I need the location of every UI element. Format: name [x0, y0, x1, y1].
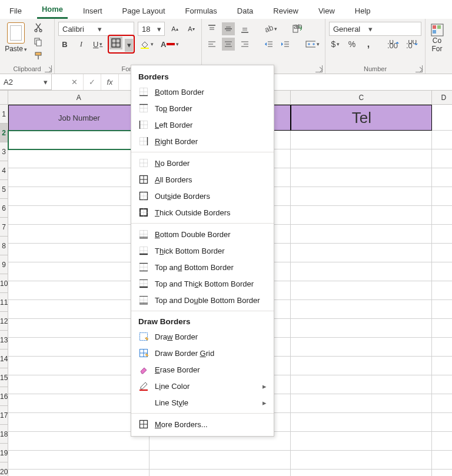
font-color-button[interactable]: A — [159, 38, 181, 51]
cell[interactable] — [291, 187, 432, 206]
tab-help[interactable]: Help — [350, 5, 375, 19]
cell[interactable] — [432, 470, 452, 476]
cancel-edit-button[interactable]: ✕ — [66, 74, 84, 90]
cell[interactable] — [8, 281, 149, 300]
menu-item-line-style[interactable]: Line Style▸ — [131, 394, 274, 411]
cell[interactable] — [291, 338, 432, 357]
cell[interactable] — [8, 338, 149, 357]
italic-button[interactable]: I — [75, 38, 88, 51]
tab-home[interactable]: Home — [37, 4, 68, 19]
cell[interactable] — [8, 225, 149, 244]
cell[interactable] — [291, 451, 432, 470]
row-header[interactable]: 10 — [0, 274, 8, 293]
cell[interactable] — [8, 432, 149, 451]
align-middle-button[interactable] — [222, 22, 235, 35]
cell[interactable] — [432, 357, 452, 375]
tab-insert[interactable]: Insert — [78, 5, 107, 19]
cell[interactable] — [291, 281, 432, 300]
col-header[interactable]: D — [432, 91, 452, 105]
borders-dropdown-arrow[interactable]: ▾ — [125, 39, 133, 52]
menu-item-right[interactable]: Right Border — [131, 133, 274, 149]
bold-button[interactable]: B — [58, 38, 71, 51]
cell[interactable] — [432, 300, 452, 319]
cell[interactable] — [291, 413, 432, 432]
row-header[interactable]: 15 — [0, 368, 8, 387]
confirm-edit-button[interactable]: ✓ — [84, 74, 101, 90]
cut-button[interactable] — [32, 21, 45, 34]
align-left-button[interactable] — [205, 38, 218, 51]
row-header[interactable]: 12 — [0, 312, 8, 331]
menu-item-top[interactable]: Top Border — [131, 100, 274, 116]
cell[interactable] — [291, 131, 432, 149]
cell[interactable] — [432, 413, 452, 432]
insert-function-button[interactable]: fx — [101, 74, 119, 90]
cell[interactable] — [291, 225, 432, 244]
cell[interactable] — [8, 319, 149, 338]
menu-item-bottom-double[interactable]: Bottom Double Border — [131, 226, 274, 242]
tab-page-layout[interactable]: Page Layout — [118, 5, 170, 19]
align-right-button[interactable] — [238, 38, 251, 51]
menu-item-line-color[interactable]: Line Color▸ — [131, 378, 274, 394]
fill-color-button[interactable] — [138, 38, 155, 51]
col-header[interactable]: C — [291, 91, 432, 105]
cell[interactable] — [432, 338, 452, 357]
menu-item-top-double-bottom[interactable]: Top and Double Bottom Border — [131, 292, 274, 308]
cell[interactable] — [432, 262, 452, 281]
cell[interactable] — [291, 206, 432, 225]
cell[interactable] — [291, 375, 432, 394]
cell[interactable] — [432, 149, 452, 168]
row-header[interactable]: 19 — [0, 444, 8, 462]
menu-item-all[interactable]: All Borders — [131, 171, 274, 188]
cell[interactable] — [432, 451, 452, 470]
cell[interactable] — [8, 451, 149, 470]
cell[interactable] — [432, 187, 452, 206]
tab-formulas[interactable]: Formulas — [181, 5, 222, 19]
cell[interactable] — [432, 105, 452, 131]
cell[interactable] — [432, 432, 452, 451]
copy-button[interactable] — [32, 35, 45, 48]
row-header[interactable]: 13 — [0, 331, 8, 349]
row-header[interactable]: 5 — [0, 180, 8, 199]
cell[interactable] — [8, 187, 149, 206]
cell[interactable] — [8, 300, 149, 319]
cell[interactable] — [8, 168, 149, 187]
format-painter-button[interactable] — [32, 49, 45, 62]
cell[interactable] — [8, 470, 149, 476]
cell[interactable] — [8, 375, 149, 394]
menu-item-draw[interactable]: Draw Border — [131, 328, 274, 345]
alignment-dialog-launcher[interactable] — [315, 65, 323, 72]
cell[interactable] — [291, 357, 432, 375]
row-header[interactable]: 18 — [0, 425, 8, 444]
select-all-corner[interactable] — [0, 91, 8, 105]
row-header[interactable]: 3 — [0, 142, 8, 161]
row-header[interactable]: 1 — [0, 105, 8, 124]
cell[interactable] — [432, 168, 452, 187]
cell[interactable] — [8, 413, 149, 432]
clipboard-dialog-launcher[interactable] — [45, 65, 52, 72]
cell[interactable] — [149, 470, 291, 476]
cell[interactable] — [8, 394, 149, 413]
cell[interactable] — [291, 394, 432, 413]
menu-item-left[interactable]: Left Border — [131, 116, 274, 133]
increase-font-button[interactable]: A▴ — [168, 22, 181, 35]
cell-a1[interactable]: Job Number — [8, 105, 149, 131]
cell[interactable] — [291, 262, 432, 281]
row-header[interactable]: 9 — [0, 255, 8, 274]
cell[interactable] — [432, 225, 452, 244]
row-header[interactable]: 11 — [0, 293, 8, 312]
merge-center-button[interactable] — [304, 38, 321, 51]
cell[interactable] — [149, 451, 291, 470]
comma-format-button[interactable]: , — [362, 38, 375, 51]
menu-item-top-bottom[interactable]: Top and Bottom Border — [131, 259, 274, 275]
paste-button[interactable]: Paste — [4, 21, 28, 54]
row-header[interactable]: 8 — [0, 237, 8, 255]
cell[interactable] — [291, 432, 432, 451]
menu-item-thick-bottom[interactable]: Thick Bottom Border — [131, 242, 274, 259]
tab-view[interactable]: View — [314, 5, 340, 19]
number-dialog-launcher[interactable] — [416, 65, 423, 72]
font-name-combo[interactable]: Calibri ▾ — [58, 22, 134, 36]
cell[interactable] — [291, 168, 432, 187]
cell[interactable] — [8, 357, 149, 375]
cell[interactable] — [8, 149, 149, 168]
menu-item-outside[interactable]: Outside Borders — [131, 188, 274, 204]
